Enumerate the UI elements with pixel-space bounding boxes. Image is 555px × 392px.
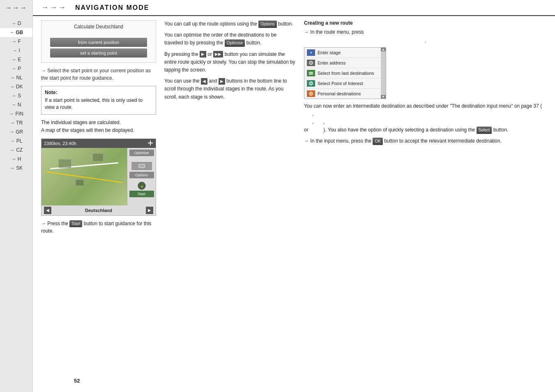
sidebar-item-cz[interactable]: → CZ — [0, 145, 32, 154]
note-title: Note: — [45, 90, 152, 95]
enter-stage-icon: ✦ — [307, 49, 315, 56]
svg-rect-3 — [139, 165, 144, 167]
sidebar-item-h[interactable]: → H — [0, 154, 32, 164]
middle-column: You can call up the route options using … — [164, 20, 296, 392]
calc-box-title: Calculate Deutschland — [45, 24, 152, 30]
menu-row: ✦ Enter stage Enter address — [304, 48, 386, 99]
sidebar-item-dk[interactable]: → DK — [0, 82, 32, 91]
map-header: 2380km, 23:40h — [41, 139, 156, 148]
menu-items: ✦ Enter stage Enter address — [304, 48, 381, 99]
sidebar-item-n[interactable]: → N — [0, 100, 32, 109]
map-side-panel: Optimise Options ⚡ Start — [127, 148, 156, 205]
sidebar-item-nl[interactable]: → NL — [0, 73, 32, 82]
header-arrows: →→→ — [41, 3, 67, 12]
menu-item-poi[interactable]: Select Point of Interest — [304, 78, 381, 89]
set-starting-point-btn[interactable]: set a starting point — [50, 48, 147, 58]
main-content: →→→ NAVIGATION MODE Calculate Deutschlan… — [33, 0, 555, 392]
creating-route-title: Creating a new route — [304, 20, 547, 26]
page-title: NAVIGATION MODE — [75, 4, 150, 12]
options-btn[interactable]: Options — [129, 172, 154, 178]
sidebar-item-i[interactable]: → I — [0, 46, 32, 55]
map-nav-left[interactable]: ◀ — [44, 207, 51, 214]
optimise-btn[interactable]: Optimise — [129, 150, 154, 156]
personal-dest-label: Personal destinations — [318, 91, 361, 96]
quick-select-btn: Select — [477, 127, 492, 134]
press-start-text: → Press the Start button to start guidan… — [41, 220, 156, 235]
sidebar-item-sk[interactable]: → SK — [0, 164, 32, 173]
last-dest-label: Select from last destinations — [318, 71, 374, 76]
options-inline-btn: Options — [258, 21, 276, 28]
menu-item-enter-stage[interactable]: ✦ Enter stage — [304, 48, 381, 58]
page-header: →→→ NAVIGATION MODE — [33, 0, 555, 16]
svg-text:✦: ✦ — [310, 51, 313, 55]
sidebar: →→→ → D → GB → F → I → E → P → NL → DK →… — [0, 0, 33, 392]
left-column: Calculate Deutschland from current posit… — [41, 20, 156, 392]
menu-scroll-down[interactable]: ▼ — [381, 95, 386, 99]
menu-scroll-up[interactable]: ▲ — [381, 48, 386, 51]
last-dest-icon — [307, 70, 315, 76]
map-footer: ◀ Deutschland ▶ — [41, 205, 156, 215]
enter-address-icon — [307, 60, 315, 66]
start-inline-btn: Start — [69, 220, 82, 227]
sidebar-item-gb[interactable]: → GB — [0, 28, 32, 37]
destination-menu: ✦ Enter stage Enter address — [304, 47, 386, 99]
accept-dest-para: → In the input menu, press the OK button… — [304, 137, 547, 145]
map-country-label: Deutschland — [85, 208, 112, 213]
intermediate-dest-para2: , — [304, 110, 547, 118]
poi-label: Select Point of Interest — [318, 81, 363, 86]
prev-stage-btn: ◀ — [201, 78, 207, 85]
from-current-position-btn[interactable]: from current position — [50, 38, 147, 47]
content-area: Calculate Deutschland from current posit… — [33, 20, 555, 392]
sidebar-item-s[interactable]: → S — [0, 91, 32, 100]
menu-item-enter-address[interactable]: Enter address — [304, 58, 381, 68]
note-text: If a start point is selected, this is on… — [45, 97, 152, 111]
menu-item-personal-dest[interactable]: Personal destinations — [304, 89, 381, 99]
svg-rect-10 — [309, 73, 313, 74]
map-controls — [147, 140, 153, 147]
sidebar-item-pl[interactable]: → PL — [0, 136, 32, 145]
dot-separator: . — [304, 38, 547, 44]
map-distance-time: 2380km, 23:40h — [44, 141, 76, 146]
svg-text:⚡: ⚡ — [140, 185, 143, 188]
sidebar-item-p[interactable]: → P — [0, 64, 32, 73]
stages-calculated: The individual stages are calculated. — [41, 119, 156, 127]
sidebar-item-fin[interactable]: → FIN — [0, 109, 32, 118]
route-map: 2380km, 23:40h — [41, 138, 156, 216]
sidebar-item-d[interactable]: → D — [0, 19, 32, 28]
map-nav-right[interactable]: ▶ — [146, 207, 153, 214]
intermediate-dest-para4: or ). You also have the option of quickl… — [304, 126, 547, 134]
poi-icon — [307, 80, 315, 87]
select-start-text: → Select the start point or your current… — [41, 67, 156, 82]
menu-item-last-dest[interactable]: Select from last destinations — [304, 68, 381, 78]
slow-sim-btn: ▶ — [200, 51, 206, 58]
svg-point-8 — [311, 62, 312, 64]
fast-sim-btn: ▶▶ — [213, 51, 223, 58]
personal-dest-icon — [307, 90, 315, 97]
menu-scrollbar: ▲ ▼ — [381, 48, 386, 99]
svg-point-13 — [310, 83, 312, 84]
svg-rect-9 — [309, 72, 313, 73]
note-box: Note: If a start point is selected, this… — [41, 86, 156, 115]
sidebar-item-gr[interactable]: → GR — [0, 127, 32, 136]
sidebar-item-f[interactable]: → F — [0, 37, 32, 46]
stages-displayed: A map of the stages will then be display… — [41, 127, 156, 134]
optimise-inline-btn: Optimise — [225, 39, 245, 47]
svg-rect-1 — [148, 143, 153, 143]
sidebar-item-tr[interactable]: → TR — [0, 118, 32, 127]
sidebar-item-e[interactable]: → E — [0, 55, 32, 64]
svg-point-12 — [309, 82, 313, 85]
scroll-stages-para: You can use the ◀ and ▶ buttons in the b… — [164, 77, 296, 101]
accept-btn: OK — [373, 138, 382, 145]
sidebar-arrows: →→→ — [5, 4, 28, 12]
right-column: Creating a new route → In the route menu… — [304, 20, 547, 392]
svg-rect-11 — [309, 74, 313, 75]
intermediate-dest-para3: , , — [304, 118, 547, 126]
enter-address-label: Enter address — [318, 60, 345, 65]
enter-stage-label: Enter stage — [318, 50, 341, 55]
page-number: 52 — [74, 378, 80, 384]
in-route-menu-text: → In the route menu, press — [304, 28, 547, 36]
simulation-para: By pressing the ▶ or ▶▶ button you can s… — [164, 51, 296, 74]
stages-text: The individual stages are calculated. A … — [41, 119, 156, 134]
start-btn[interactable]: Start — [129, 191, 154, 197]
route-options-para1: You can call up the route options using … — [164, 20, 296, 28]
